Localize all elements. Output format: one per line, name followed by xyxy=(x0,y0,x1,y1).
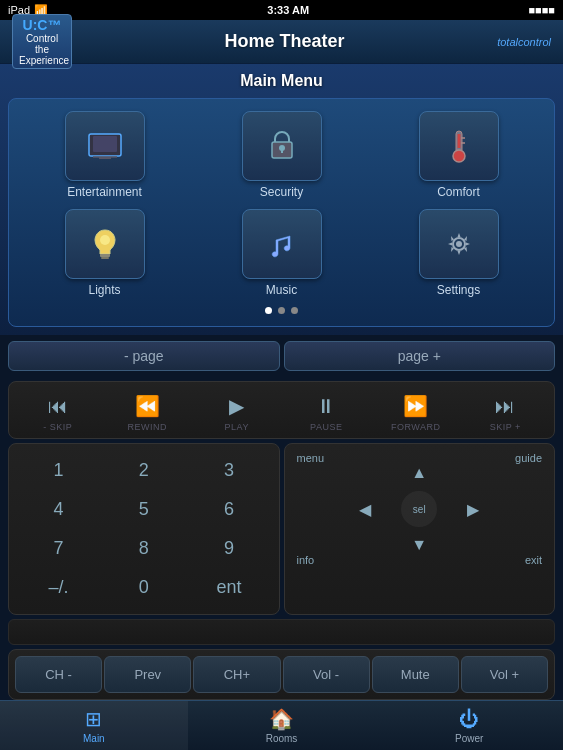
num-2[interactable]: 2 xyxy=(102,452,185,489)
security-label: Security xyxy=(260,185,303,199)
exit-label-text[interactable]: exit xyxy=(525,554,542,566)
num-8[interactable]: 8 xyxy=(102,530,185,567)
menu-item-comfort[interactable]: Comfort xyxy=(375,111,542,199)
skip-back-button[interactable]: ⏮ - SKIP xyxy=(13,392,103,432)
rewind-button[interactable]: ⏪ REWIND xyxy=(103,392,193,432)
play-label: PLAY xyxy=(225,422,249,432)
num-9[interactable]: 9 xyxy=(187,530,270,567)
ch-plus-button[interactable]: CH+ xyxy=(193,656,280,693)
svg-point-9 xyxy=(453,150,465,162)
svg-point-15 xyxy=(456,241,462,247)
security-icon xyxy=(262,126,302,166)
entertainment-icon xyxy=(85,126,125,166)
svg-rect-8 xyxy=(457,134,460,148)
dot-2[interactable] xyxy=(278,307,285,314)
music-icon-box xyxy=(242,209,322,279)
main-menu-title: Main Menu xyxy=(8,72,555,90)
num-6[interactable]: 6 xyxy=(187,491,270,528)
controls-row: 1 2 3 4 5 6 7 8 9 –/. 0 ent menu guide ▲… xyxy=(8,443,555,615)
guide-label-text[interactable]: guide xyxy=(515,452,542,464)
rewind-label: REWIND xyxy=(128,422,168,432)
dpad-bottom-labels: info exit xyxy=(293,554,547,566)
security-icon-box xyxy=(242,111,322,181)
dpad-circle: ▲ ◀ sel ▶ ▼ xyxy=(359,464,479,554)
skip-back-label: - SKIP xyxy=(43,422,72,432)
prev-page-button[interactable]: - page xyxy=(8,341,280,371)
dpad-sel-button[interactable]: sel xyxy=(401,491,437,527)
play-button[interactable]: ▶ PLAY xyxy=(192,392,282,432)
tab-rooms[interactable]: 🏠 Rooms xyxy=(188,701,376,750)
main-tab-label: Main xyxy=(83,733,105,744)
rooms-tab-icon: 🏠 xyxy=(269,707,294,731)
pause-button[interactable]: ⏸ PAUSE xyxy=(282,392,372,432)
battery-icon: ■■■■ xyxy=(528,4,555,16)
comfort-icon xyxy=(439,126,479,166)
skip-fwd-label: SKIP + xyxy=(490,422,521,432)
rewind-icon: ⏪ xyxy=(135,392,160,420)
menu-item-lights[interactable]: Lights xyxy=(21,209,188,297)
menu-grid: Entertainment Security xyxy=(21,111,542,297)
menu-item-security[interactable]: Security xyxy=(198,111,365,199)
main-menu-section: Main Menu Entertainment xyxy=(0,64,563,335)
pause-icon: ⏸ xyxy=(316,392,336,420)
next-page-button[interactable]: page + xyxy=(284,341,556,371)
ch-minus-button[interactable]: CH - xyxy=(15,656,102,693)
skip-fwd-icon: ⏭ xyxy=(495,392,515,420)
num-3[interactable]: 3 xyxy=(187,452,270,489)
music-icon xyxy=(262,224,302,264)
svg-rect-6 xyxy=(281,148,283,153)
transport-section: ⏮ - SKIP ⏪ REWIND ▶ PLAY ⏸ PAUSE ⏩ FORWA… xyxy=(8,381,555,439)
num-0[interactable]: 0 xyxy=(102,569,185,606)
svg-rect-12 xyxy=(100,254,110,257)
svg-rect-1 xyxy=(93,136,117,152)
forward-button[interactable]: ⏩ FORWARD xyxy=(371,392,461,432)
num-dash[interactable]: –/. xyxy=(17,569,100,606)
num-ent[interactable]: ent xyxy=(187,569,270,606)
pause-label: PAUSE xyxy=(310,422,342,432)
tab-power[interactable]: ⏻ Power xyxy=(375,701,563,750)
page-title: Home Theater xyxy=(225,31,345,52)
power-tab-icon: ⏻ xyxy=(459,708,479,731)
empty-bar xyxy=(8,619,555,645)
brand-label: totalcontrol xyxy=(497,36,551,48)
dot-1[interactable] xyxy=(265,307,272,314)
vol-minus-button[interactable]: Vol - xyxy=(283,656,370,693)
dpad-down-button[interactable]: ▼ xyxy=(411,536,427,554)
music-label: Music xyxy=(266,283,297,297)
dpad-up-button[interactable]: ▲ xyxy=(411,464,427,482)
bottom-controls: CH - Prev CH+ Vol - Mute Vol + xyxy=(8,649,555,700)
entertainment-label: Entertainment xyxy=(67,185,142,199)
tab-bar: ⊞ Main 🏠 Rooms ⏻ Power xyxy=(0,700,563,750)
skip-fwd-button[interactable]: ⏭ SKIP + xyxy=(461,392,551,432)
vol-plus-button[interactable]: Vol + xyxy=(461,656,548,693)
header: U:C™ Control the Experience Home Theater… xyxy=(0,20,563,64)
lights-icon-box xyxy=(65,209,145,279)
num-4[interactable]: 4 xyxy=(17,491,100,528)
dpad-right-button[interactable]: ▶ xyxy=(467,500,479,519)
num-7[interactable]: 7 xyxy=(17,530,100,567)
dot-3[interactable] xyxy=(291,307,298,314)
dpad-left-button[interactable]: ◀ xyxy=(359,500,371,519)
svg-rect-13 xyxy=(101,257,109,259)
rooms-tab-label: Rooms xyxy=(266,733,298,744)
mute-button[interactable]: Mute xyxy=(372,656,459,693)
tab-main[interactable]: ⊞ Main xyxy=(0,701,188,750)
status-time: 3:33 AM xyxy=(267,4,309,16)
lights-label: Lights xyxy=(88,283,120,297)
app-logo: U:C™ Control the Experience xyxy=(12,14,72,69)
num-1[interactable]: 1 xyxy=(17,452,100,489)
comfort-label: Comfort xyxy=(437,185,480,199)
menu-label-text[interactable]: menu xyxy=(297,452,325,464)
menu-item-music[interactable]: Music xyxy=(198,209,365,297)
menu-item-settings[interactable]: Settings xyxy=(375,209,542,297)
numpad-grid: 1 2 3 4 5 6 7 8 9 –/. 0 ent xyxy=(17,452,271,606)
info-label-text[interactable]: info xyxy=(297,554,315,566)
settings-icon xyxy=(439,224,479,264)
status-right: ■■■■ xyxy=(528,4,555,16)
entertainment-icon-box xyxy=(65,111,145,181)
settings-label: Settings xyxy=(437,283,480,297)
num-5[interactable]: 5 xyxy=(102,491,185,528)
menu-grid-container: Entertainment Security xyxy=(8,98,555,327)
prev-button[interactable]: Prev xyxy=(104,656,191,693)
menu-item-entertainment[interactable]: Entertainment xyxy=(21,111,188,199)
